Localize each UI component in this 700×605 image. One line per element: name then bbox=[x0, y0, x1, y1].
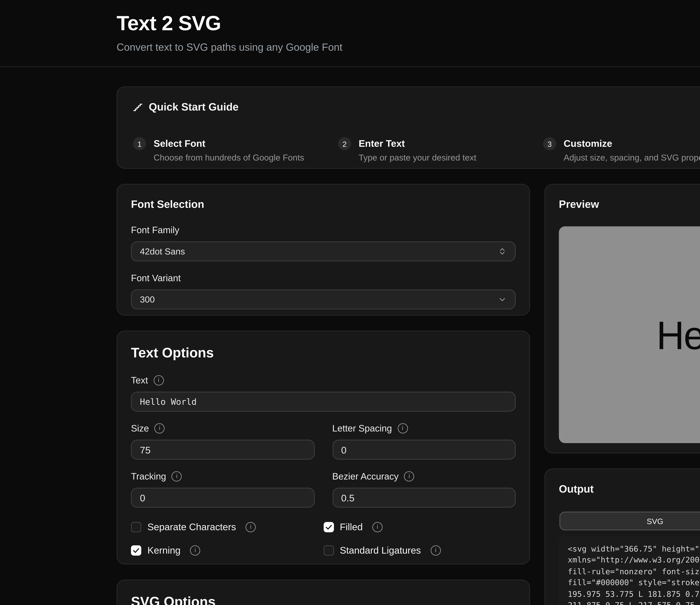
quick-start-title: Quick Start Guide bbox=[149, 101, 239, 113]
text-label-text: Text bbox=[131, 375, 148, 385]
code-block[interactable]: <svg width="366.75" height="54.55" viewB… bbox=[559, 536, 700, 605]
size-input[interactable] bbox=[140, 444, 305, 455]
tracking-label-text: Tracking bbox=[131, 471, 166, 482]
stairs-icon bbox=[133, 102, 143, 112]
chevron-down-icon bbox=[498, 295, 507, 304]
tab-svg[interactable]: SVG bbox=[559, 512, 700, 530]
tracking-label: Tracking i bbox=[131, 471, 315, 482]
size-input-wrap bbox=[131, 440, 315, 460]
chevrons-up-down-icon bbox=[498, 247, 507, 256]
checkbox-box[interactable] bbox=[131, 522, 141, 532]
font-selection-card: Font Selection Font Family 42dot Sans Fo… bbox=[117, 184, 530, 316]
check-icon bbox=[132, 546, 140, 554]
checkbox-separate-characters[interactable]: Separate Characters i bbox=[131, 521, 323, 532]
output-title: Output bbox=[559, 483, 700, 495]
bezier-accuracy-label: Bezier Accuracy i bbox=[332, 471, 516, 482]
letter-spacing-label: Letter Spacing i bbox=[332, 423, 516, 433]
font-variant-label: Font Variant bbox=[131, 273, 516, 283]
step-label: Customize bbox=[564, 137, 700, 150]
checkbox-box[interactable] bbox=[323, 522, 333, 532]
app-root: Text 2 SVG Convert text to SVG paths usi… bbox=[0, 0, 700, 605]
checkbox-filled[interactable]: Filled i bbox=[323, 521, 516, 532]
step-label: Enter Text bbox=[359, 137, 476, 150]
svg-options-title: SVG Options bbox=[131, 594, 516, 605]
info-icon: i bbox=[404, 471, 414, 482]
font-family-value: 42dot Sans bbox=[140, 246, 185, 257]
svg-preview-canvas[interactable]: Hello World bbox=[559, 226, 700, 443]
page-title: Text 2 SVG bbox=[117, 11, 221, 35]
page-subtitle: Convert text to SVG paths using any Goog… bbox=[117, 41, 343, 53]
text-input-wrap bbox=[131, 392, 516, 412]
tracking-input-wrap bbox=[131, 488, 315, 508]
checkbox-label: Standard Ligatures bbox=[340, 544, 421, 556]
info-icon: i bbox=[397, 423, 408, 433]
checkbox-standard-ligatures[interactable]: Standard Ligatures i bbox=[323, 544, 516, 556]
output-card: Output SVG DXF <svg width="366.75" heigh… bbox=[545, 468, 700, 605]
info-icon: i bbox=[372, 522, 382, 532]
font-variant-value: 300 bbox=[140, 294, 155, 305]
quickstart-step-2: 2 Enter Text Type or paste your desired … bbox=[338, 137, 543, 164]
app-header: Text 2 SVG Convert text to SVG paths usi… bbox=[0, 0, 700, 67]
step-description: Choose from hundreds of Google Fonts bbox=[154, 153, 304, 164]
info-icon: i bbox=[246, 522, 256, 532]
preview-rendered-text: Hello World bbox=[656, 312, 700, 358]
step-number-badge: 1 bbox=[133, 137, 146, 150]
font-family-select[interactable]: 42dot Sans bbox=[131, 241, 516, 261]
check-icon bbox=[325, 523, 332, 531]
quickstart-step-1: 1 Select Font Choose from hundreds of Go… bbox=[133, 137, 338, 164]
step-number-badge: 2 bbox=[338, 137, 351, 150]
size-label: Size i bbox=[131, 423, 315, 433]
letter-spacing-label-text: Letter Spacing bbox=[332, 423, 392, 433]
step-description: Type or paste your desired text bbox=[359, 153, 476, 164]
svg-options-card: SVG Options bbox=[117, 580, 530, 605]
checkbox-label: Kerning bbox=[147, 544, 180, 556]
step-description: Adjust size, spacing, and SVG properties bbox=[564, 153, 700, 164]
font-family-label: Font Family bbox=[131, 225, 516, 235]
bezier-accuracy-label-text: Bezier Accuracy bbox=[332, 471, 399, 482]
info-icon: i bbox=[190, 545, 200, 555]
step-number-badge: 3 bbox=[543, 137, 556, 150]
info-icon: i bbox=[154, 423, 165, 433]
quickstart-step-3: 3 Customize Adjust size, spacing, and SV… bbox=[543, 137, 700, 164]
checkbox-label: Filled bbox=[340, 521, 363, 532]
letter-spacing-input-wrap bbox=[332, 440, 516, 460]
checkbox-box[interactable] bbox=[131, 545, 141, 555]
svg-output-code[interactable]: <svg width="366.75" height="54.55" viewB… bbox=[568, 543, 700, 605]
font-selection-title: Font Selection bbox=[131, 198, 516, 211]
letter-spacing-input[interactable] bbox=[341, 444, 507, 455]
output-format-tabs: SVG DXF bbox=[559, 511, 700, 531]
text-options-card: Text Options Text i Size i Letter Spacin… bbox=[117, 331, 530, 564]
text-input[interactable] bbox=[140, 396, 507, 407]
bezier-accuracy-input-wrap bbox=[332, 488, 516, 508]
preview-title: Preview bbox=[559, 198, 700, 211]
step-label: Select Font bbox=[154, 137, 304, 150]
size-label-text: Size bbox=[131, 423, 149, 433]
tracking-input[interactable] bbox=[140, 492, 305, 503]
info-icon: i bbox=[172, 471, 182, 482]
bezier-accuracy-input[interactable] bbox=[341, 492, 507, 503]
font-variant-select[interactable]: 300 bbox=[131, 289, 516, 309]
info-icon: i bbox=[153, 375, 164, 385]
info-icon: i bbox=[430, 545, 441, 555]
preview-card: Preview Hello World bbox=[545, 184, 700, 454]
checkbox-box[interactable] bbox=[323, 545, 333, 555]
quick-start-card: Quick Start Guide 1 Select Font Choose f… bbox=[117, 87, 700, 169]
text-label: Text i bbox=[131, 375, 516, 385]
checkbox-label: Separate Characters bbox=[147, 521, 236, 532]
text-options-title: Text Options bbox=[131, 345, 516, 361]
checkbox-kerning[interactable]: Kerning i bbox=[131, 544, 323, 556]
quick-start-steps: 1 Select Font Choose from hundreds of Go… bbox=[133, 137, 700, 164]
